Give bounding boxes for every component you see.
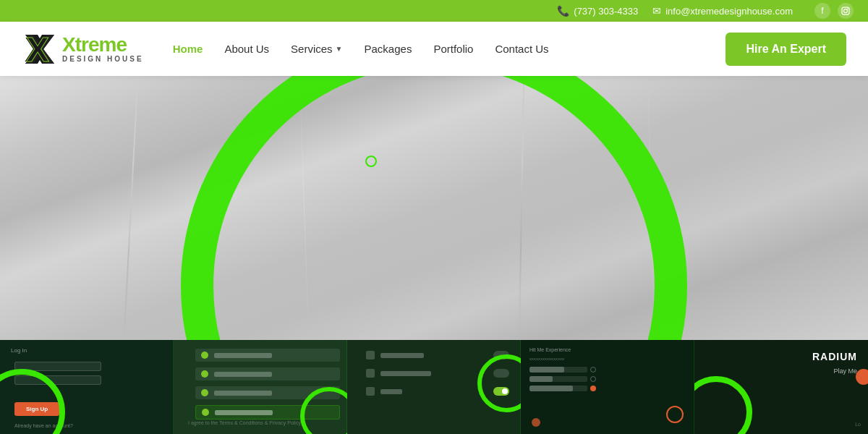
nav-home[interactable]: Home bbox=[173, 43, 203, 55]
phone-number: (737) 303-4333 bbox=[574, 6, 638, 17]
setting-row-2 bbox=[195, 367, 340, 380]
setting-icon-2 bbox=[201, 370, 208, 378]
stats-title: Hit Me Experience bbox=[529, 347, 686, 352]
hero-background bbox=[0, 76, 868, 340]
setting-row-1 bbox=[195, 349, 340, 362]
stat-dot-1 bbox=[590, 367, 596, 373]
stat-row-1 bbox=[529, 367, 686, 373]
bar-bg-2 bbox=[529, 376, 587, 382]
portfolio-item-1[interactable]: Log In Sign Up Already have an account? bbox=[0, 340, 174, 434]
metric-circle bbox=[666, 406, 684, 423]
bar-fill-3 bbox=[529, 386, 573, 391]
social-links: f bbox=[814, 3, 854, 19]
portfolio-strip: Log In Sign Up Already have an account? bbox=[0, 340, 868, 434]
nav-links: Home About Us Services ▼ Packages Portfo… bbox=[173, 43, 726, 55]
stats-ui: Hit Me Experience xxxxxxxxxxxxxxxx bbox=[529, 347, 686, 391]
phone-icon: 📞 bbox=[557, 5, 569, 17]
navbar: X X Xtreme DESIGN HOUSE Home About Us Se… bbox=[0, 22, 868, 76]
mode-text-2 bbox=[380, 371, 431, 376]
nav-packages[interactable]: Packages bbox=[365, 43, 412, 55]
portfolio-item-4[interactable]: Hit Me Experience xxxxxxxxxxxxxxxx bbox=[521, 340, 694, 434]
top-bar: 📞 (737) 303-4333 ✉ info@xtremedesignhous… bbox=[0, 0, 868, 22]
email-info: ✉ info@xtremedesignhouse.com bbox=[652, 5, 793, 17]
bar-fill-2 bbox=[529, 376, 553, 382]
radium-subtitle: Play Me bbox=[833, 367, 857, 375]
setting-icon-1 bbox=[201, 352, 208, 359]
email-address: info@xtremedesignhouse.com bbox=[665, 6, 793, 17]
services-dropdown-arrow: ▼ bbox=[336, 45, 343, 53]
setting-text-1 bbox=[214, 353, 272, 358]
mode-icon-2 bbox=[366, 369, 375, 378]
svg-rect-0 bbox=[842, 7, 849, 14]
portfolio-item-3[interactable] bbox=[347, 340, 521, 434]
setting-text-3 bbox=[214, 391, 272, 396]
bar-bg-1 bbox=[529, 367, 587, 373]
setting-icon-4 bbox=[202, 409, 209, 416]
login-label: Log In bbox=[11, 347, 27, 354]
mode-icon-3 bbox=[366, 387, 375, 396]
stat-dot-active bbox=[590, 386, 596, 391]
mode-icon bbox=[366, 351, 375, 359]
setting-icon-3 bbox=[201, 389, 208, 396]
logo[interactable]: X X Xtreme DESIGN HOUSE bbox=[22, 31, 144, 67]
setting-text-2 bbox=[214, 372, 272, 377]
nav-about[interactable]: About Us bbox=[224, 43, 269, 55]
mode-text bbox=[380, 353, 424, 358]
email-icon: ✉ bbox=[652, 5, 661, 17]
nav-portfolio[interactable]: Portfolio bbox=[433, 43, 473, 55]
logo-name-rest: treme bbox=[75, 33, 127, 56]
phone-info: 📞 (737) 303-4333 bbox=[557, 5, 638, 17]
svg-point-1 bbox=[844, 9, 848, 13]
metric-dot bbox=[532, 418, 540, 427]
logo-main-text: Xtreme bbox=[62, 35, 144, 55]
hire-expert-button[interactable]: Hire An Expert bbox=[726, 33, 846, 66]
hero-green-circle bbox=[181, 76, 687, 340]
hero-section bbox=[0, 76, 868, 340]
logo-icon: X X bbox=[22, 31, 58, 67]
portfolio-item-5[interactable]: RADIUM Play Me Lo bbox=[694, 340, 868, 434]
radium-extra: Lo bbox=[855, 422, 861, 427]
logo-text: Xtreme DESIGN HOUSE bbox=[62, 35, 144, 63]
bar-bg-3 bbox=[529, 386, 587, 391]
radium-title: RADIUM bbox=[812, 351, 857, 362]
instagram-icon[interactable] bbox=[838, 3, 854, 19]
stat-row-3 bbox=[529, 386, 686, 391]
portfolio-item-2[interactable]: I agree to the Terms & Conditions & Priv… bbox=[174, 340, 347, 434]
nav-contact[interactable]: Contact Us bbox=[495, 43, 548, 55]
stat-dot-2 bbox=[590, 376, 596, 382]
logo-sub-text: DESIGN HOUSE bbox=[62, 55, 144, 63]
facebook-icon[interactable]: f bbox=[814, 3, 830, 19]
setting-text-4 bbox=[215, 410, 273, 415]
hero-small-circle bbox=[365, 156, 377, 167]
stats-subtitle: xxxxxxxxxxxxxxxx bbox=[529, 357, 686, 361]
stats-bars bbox=[529, 367, 686, 391]
svg-text:X: X bbox=[26, 31, 49, 67]
radium-orange-dot bbox=[856, 369, 868, 385]
stat-row-2 bbox=[529, 376, 686, 382]
svg-point-2 bbox=[847, 9, 848, 10]
radium-arc bbox=[694, 376, 752, 434]
mode-text-3 bbox=[380, 389, 402, 394]
nav-services[interactable]: Services ▼ bbox=[291, 43, 342, 55]
bar-fill-1 bbox=[529, 367, 564, 373]
